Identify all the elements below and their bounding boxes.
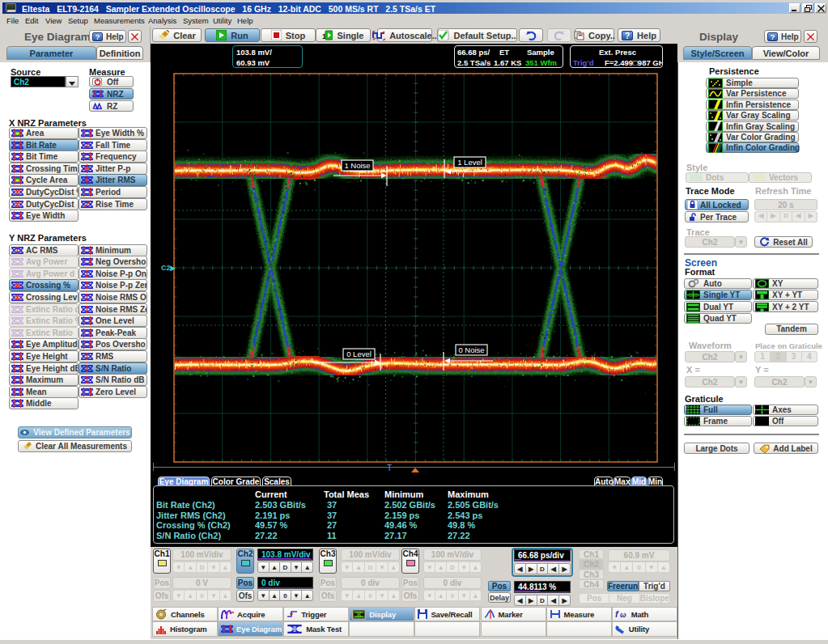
- svg-text:f: f: [615, 609, 619, 619]
- svg-text:0 Level: 0 Level: [346, 350, 372, 358]
- svg-text:1 Level: 1 Level: [457, 158, 482, 167]
- svg-text:ω: ω: [620, 611, 626, 619]
- svg-text:1 Noise: 1 Noise: [344, 161, 370, 170]
- svg-text:0 Noise: 0 Noise: [458, 345, 484, 354]
